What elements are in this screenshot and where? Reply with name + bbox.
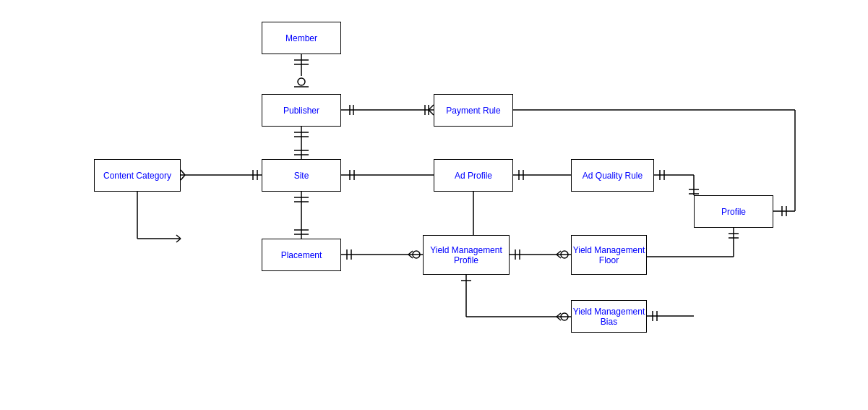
entity-content-category: Content Category <box>94 159 181 192</box>
entity-yield-mgmt-profile: Yield Management Profile <box>423 235 510 275</box>
entity-site: Site <box>262 159 341 192</box>
entity-yield-mgmt-floor: Yield Management Floor <box>571 235 647 275</box>
entity-member: Member <box>262 22 341 54</box>
entity-payment-rule: Payment Rule <box>434 94 513 127</box>
svg-line-19 <box>181 175 185 180</box>
entity-ad-quality-rule: Ad Quality Rule <box>571 159 654 192</box>
svg-line-11 <box>429 110 434 115</box>
entity-placement: Placement <box>262 239 341 271</box>
entity-profile: Profile <box>694 195 773 228</box>
svg-line-10 <box>429 105 434 110</box>
entity-publisher: Publisher <box>262 94 341 127</box>
entity-ad-profile: Ad Profile <box>434 159 513 192</box>
svg-point-3 <box>298 78 305 85</box>
diagram-container: Member Publisher Content Category Site P… <box>0 0 868 410</box>
svg-line-18 <box>181 170 185 175</box>
entity-yield-mgmt-bias: Yield Management Bias <box>571 300 647 333</box>
